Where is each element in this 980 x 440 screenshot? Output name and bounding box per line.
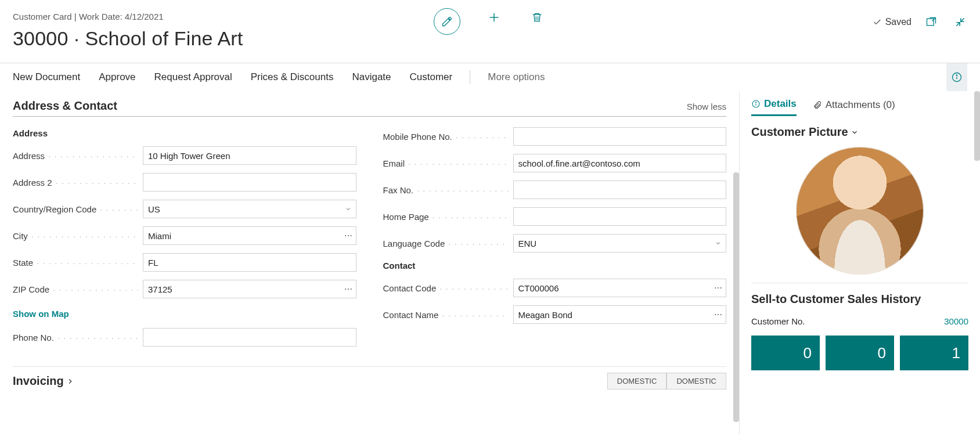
chevron-down-icon [851, 128, 859, 136]
main-content: Address & Contact Show less Address Addr… [0, 91, 739, 435]
tab-details[interactable]: Details [751, 98, 797, 116]
country-input[interactable] [143, 200, 341, 218]
mobile-input[interactable] [514, 128, 726, 145]
edit-button[interactable] [434, 8, 460, 35]
customer-no-value[interactable]: 30000 [944, 316, 968, 326]
contact-column: Mobile Phone No. Email Fax No. Home Page [383, 127, 727, 355]
address-label: Address [13, 151, 45, 161]
factbox-pane: Details Attachments (0) Customer Picture… [739, 91, 980, 435]
homepage-label: Home Page [383, 212, 429, 222]
popout-button[interactable] [922, 13, 941, 31]
new-button[interactable] [485, 8, 503, 27]
tab-attachments[interactable]: Attachments (0) [813, 98, 895, 116]
city-label: City [13, 231, 28, 241]
tab-details-label: Details [764, 98, 797, 110]
svg-point-10 [755, 102, 756, 103]
address-group-label: Address [13, 128, 356, 138]
field-phone: Phone No. [13, 328, 356, 347]
fasttab-title: Address & Contact [13, 99, 117, 113]
field-state: State [13, 253, 356, 272]
tab-attachments-label: Attachments (0) [826, 99, 895, 111]
field-contact-code: Contact Code ⋯ [383, 279, 727, 297]
summary-chip: DOMESTIC [666, 373, 726, 389]
delete-button[interactable] [528, 8, 546, 27]
zip-input[interactable] [143, 280, 341, 298]
action-navigate[interactable]: Navigate [343, 63, 400, 91]
state-label: State [13, 258, 33, 268]
field-address: Address [13, 146, 356, 165]
info-pane-toggle[interactable] [946, 63, 967, 91]
collapse-button[interactable] [951, 13, 970, 31]
history-tile[interactable]: 1 [900, 336, 968, 370]
saved-indicator: Saved [873, 17, 911, 27]
invoicing-toggle[interactable]: Invoicing [13, 374, 74, 388]
customer-no-row: Customer No. 30000 [740, 311, 980, 332]
info-icon [751, 99, 761, 109]
address-input[interactable] [143, 147, 356, 164]
address-column: Address Address Address 2 Country/Region… [13, 127, 356, 355]
scrollbar[interactable] [733, 172, 739, 422]
contact-name-label: Contact Name [383, 310, 439, 320]
zip-label: ZIP Code [13, 284, 49, 294]
state-input[interactable] [143, 254, 356, 271]
field-fax: Fax No. [383, 181, 727, 199]
ellipsis-icon[interactable]: ⋯ [341, 280, 356, 298]
address2-label: Address 2 [13, 178, 52, 187]
contact-name-input[interactable] [514, 306, 711, 323]
fax-input[interactable] [514, 181, 726, 199]
history-tile[interactable]: 0 [826, 336, 894, 370]
field-homepage: Home Page [383, 207, 727, 226]
address2-input[interactable] [143, 174, 356, 191]
avatar[interactable] [796, 147, 924, 275]
chevron-down-icon[interactable] [341, 200, 356, 218]
ellipsis-icon[interactable]: ⋯ [711, 279, 726, 297]
history-tile[interactable]: 0 [751, 336, 820, 370]
action-customer[interactable]: Customer [401, 63, 462, 91]
phone-input[interactable] [143, 329, 356, 346]
field-email: Email [383, 154, 727, 172]
ellipsis-icon[interactable]: ⋯ [341, 227, 356, 244]
page-title: 30000 · School of Fine Art [13, 27, 967, 50]
language-input[interactable] [514, 235, 711, 252]
field-address2: Address 2 [13, 173, 356, 192]
field-mobile: Mobile Phone No. [383, 127, 727, 146]
history-tiles: 0 0 1 [740, 332, 980, 370]
show-on-map-link[interactable]: Show on Map [13, 309, 69, 319]
homepage-input[interactable] [514, 208, 726, 225]
field-zip: ZIP Code ⋯ [13, 280, 356, 298]
action-new-document[interactable]: New Document [13, 63, 89, 91]
page-header: Customer Card | Work Date: 4/12/2021 300… [0, 0, 980, 55]
factbox-tabs: Details Attachments (0) [740, 98, 980, 116]
sales-history-header[interactable]: Sell-to Customer Sales History [740, 283, 980, 311]
fax-label: Fax No. [383, 185, 414, 195]
invoicing-title: Invoicing [13, 374, 64, 388]
email-input[interactable] [514, 154, 726, 172]
action-bar: New Document Approve Request Approval Pr… [0, 63, 980, 91]
phone-label: Phone No. [13, 333, 54, 342]
fasttab-invoicing-header: Invoicing DOMESTIC DOMESTIC [13, 366, 726, 389]
paperclip-icon [813, 100, 822, 110]
contact-code-label: Contact Code [383, 283, 437, 293]
action-request-approval[interactable]: Request Approval [145, 63, 242, 91]
action-approve[interactable]: Approve [89, 63, 145, 91]
show-less-link[interactable]: Show less [687, 102, 726, 111]
form-columns: Address Address Address 2 Country/Region… [13, 127, 726, 355]
chevron-right-icon [66, 377, 74, 385]
city-input[interactable] [143, 227, 341, 244]
fasttab-address-contact-header: Address & Contact Show less [13, 99, 726, 117]
summary-chip: DOMESTIC [607, 373, 667, 389]
chevron-down-icon[interactable] [711, 235, 726, 252]
customer-no-label: Customer No. [751, 316, 805, 326]
ellipsis-icon[interactable]: ⋯ [711, 306, 726, 323]
invoicing-summary: DOMESTIC DOMESTIC [607, 373, 726, 389]
action-more-options[interactable]: More options [478, 63, 554, 91]
action-prices-discounts[interactable]: Prices & Discounts [242, 63, 343, 91]
customer-picture [751, 143, 968, 283]
body: Address & Contact Show less Address Addr… [0, 91, 980, 435]
field-city: City ⋯ [13, 226, 356, 245]
customer-picture-header[interactable]: Customer Picture [740, 116, 980, 143]
mobile-label: Mobile Phone No. [383, 132, 452, 142]
contact-code-input[interactable] [514, 279, 711, 297]
header-right: Saved [873, 13, 970, 31]
scrollbar[interactable] [974, 91, 980, 161]
